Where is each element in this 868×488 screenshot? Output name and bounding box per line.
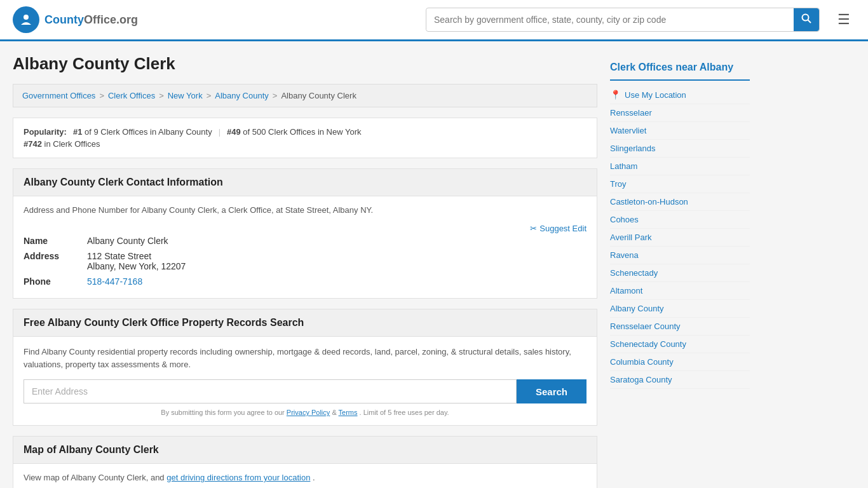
sidebar-link-ravena[interactable]: Ravena (610, 247, 750, 264)
contact-phone-row: Phone 518-447-7168 (24, 274, 587, 289)
breadcrumb-new-york[interactable]: New York (168, 91, 203, 100)
svg-point-1 (24, 15, 29, 20)
sidebar-link-slingerlands[interactable]: Slingerlands (610, 140, 750, 158)
name-label: Name (24, 233, 87, 248)
header-search-container (426, 8, 820, 32)
page-title: Albany County Clerk (13, 54, 597, 74)
contact-table: Name Albany County Clerk Address 112 Sta… (24, 233, 587, 289)
sidebar-link-columbia-county[interactable]: Columbia County (610, 353, 750, 371)
address-label: Address (24, 248, 87, 274)
map-section: Map of Albany County Clerk View map of A… (13, 436, 597, 488)
name-value: Albany County Clerk (87, 233, 587, 248)
logo[interactable]: CountyOffice.org (13, 6, 138, 33)
sidebar-link-averill-park[interactable]: Averill Park (610, 229, 750, 247)
address-value: 112 State Street Albany, New York, 12207 (87, 248, 587, 274)
popularity-rank2: #49 of 500 Clerk Offices in New York (227, 127, 362, 137)
sidebar-link-castleton[interactable]: Castleton-on-Hudson (610, 193, 750, 211)
sidebar-link-latham[interactable]: Latham (610, 158, 750, 175)
sidebar-link-watervliet[interactable]: Watervliet (610, 122, 750, 140)
address-form: Search (24, 379, 587, 403)
sidebar-link-altamont[interactable]: Altamont (610, 282, 750, 300)
sidebar-link-schenectady[interactable]: Schenectady (610, 264, 750, 282)
phone-link[interactable]: 518-447-7168 (87, 276, 142, 287)
phone-label: Phone (24, 274, 87, 289)
popularity-label: Popularity: (24, 127, 67, 137)
logo-icon (13, 6, 39, 33)
sidebar: Clerk Offices near Albany 📍 Use My Locat… (610, 54, 750, 488)
sidebar-link-troy[interactable]: Troy (610, 175, 750, 193)
sidebar-link-saratoga-county[interactable]: Saratoga County (610, 371, 750, 389)
popularity-section: Popularity: #1 of 9 Clerk Offices in Alb… (13, 118, 597, 158)
driving-directions-link[interactable]: get driving directions from your locatio… (166, 473, 310, 482)
content-area: Albany County Clerk Government Offices >… (13, 54, 597, 488)
use-my-location[interactable]: 📍 Use My Location (610, 86, 750, 104)
header-search-button[interactable] (794, 8, 819, 31)
sidebar-link-rensselaer[interactable]: Rensselaer (610, 104, 750, 122)
contact-section-header: Albany County Clerk Contact Information (13, 169, 597, 196)
contact-address-row: Address 112 State Street Albany, New Yor… (24, 248, 587, 274)
svg-point-2 (803, 15, 809, 21)
sidebar-link-schenectady-county[interactable]: Schenectady County (610, 336, 750, 353)
logo-text: CountyOffice.org (44, 13, 138, 27)
sidebar-title: Clerk Offices near Albany (610, 54, 750, 81)
contact-section: Albany County Clerk Contact Information … (13, 168, 597, 299)
contact-section-body: Address and Phone Number for Albany Coun… (13, 196, 597, 298)
map-section-header: Map of Albany County Clerk (13, 437, 597, 464)
property-description: Find Albany County residential property … (24, 346, 587, 370)
breadcrumb-current: Albany County Clerk (281, 91, 356, 100)
main-wrapper: Albany County Clerk Government Offices >… (0, 41, 868, 488)
svg-line-3 (808, 20, 811, 24)
location-pin-icon: 📍 (610, 90, 621, 100)
edit-icon: ✂ (530, 224, 537, 233)
breadcrumb-gov-offices[interactable]: Government Offices (22, 91, 95, 100)
suggest-edit-button[interactable]: ✂ Suggest Edit (530, 224, 587, 233)
breadcrumb-albany-county[interactable]: Albany County (215, 91, 269, 100)
sidebar-link-rensselaer-county[interactable]: Rensselaer County (610, 318, 750, 336)
map-description: View map of Albany County Clerk, and get… (24, 473, 587, 482)
form-footer: By submitting this form you agree to our… (24, 409, 587, 416)
property-search-button[interactable]: Search (517, 379, 587, 403)
breadcrumb-clerk-offices[interactable]: Clerk Offices (108, 91, 155, 100)
site-header: CountyOffice.org ☰ (0, 0, 868, 41)
property-section-body: Find Albany County residential property … (13, 337, 597, 425)
phone-value: 518-447-7168 (87, 274, 587, 289)
sidebar-link-cohoes[interactable]: Cohoes (610, 211, 750, 229)
terms-link[interactable]: Terms (339, 409, 358, 416)
breadcrumb: Government Offices > Clerk Offices > New… (13, 84, 597, 107)
contact-description: Address and Phone Number for Albany Coun… (24, 205, 587, 215)
sidebar-link-albany-county[interactable]: Albany County (610, 300, 750, 318)
popularity-rank3: #742 in Clerk Offices (24, 139, 100, 149)
property-section: Free Albany County Clerk Office Property… (13, 309, 597, 426)
property-section-header: Free Albany County Clerk Office Property… (13, 309, 597, 337)
contact-name-row: Name Albany County Clerk (24, 233, 587, 248)
address-input[interactable] (24, 379, 517, 403)
header-search-input[interactable] (426, 10, 794, 30)
hamburger-menu-button[interactable]: ☰ (832, 9, 855, 30)
popularity-rank1: #1 of 9 Clerk Offices in Albany County (73, 127, 212, 137)
privacy-policy-link[interactable]: Privacy Policy (287, 409, 330, 416)
map-section-body: View map of Albany County Clerk, and get… (13, 464, 597, 488)
